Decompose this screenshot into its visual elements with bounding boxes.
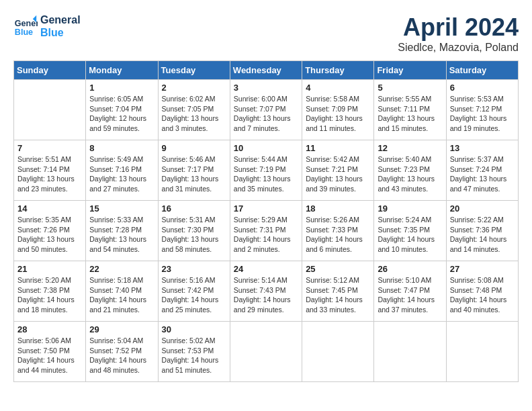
calendar-cell: 11Sunrise: 5:42 AM Sunset: 7:21 PM Dayli… [302,140,374,201]
calendar-cell: 1Sunrise: 6:05 AM Sunset: 7:04 PM Daylig… [86,80,158,140]
day-info: Sunrise: 5:10 AM Sunset: 7:47 PM Dayligh… [378,275,442,315]
calendar-cell: 10Sunrise: 5:44 AM Sunset: 7:19 PM Dayli… [230,140,302,201]
day-info: Sunrise: 5:24 AM Sunset: 7:35 PM Dayligh… [378,215,442,255]
calendar-cell: 16Sunrise: 5:31 AM Sunset: 7:30 PM Dayli… [158,201,230,261]
day-info: Sunrise: 5:14 AM Sunset: 7:43 PM Dayligh… [234,275,298,315]
day-info: Sunrise: 6:00 AM Sunset: 7:07 PM Dayligh… [234,94,298,134]
day-number: 27 [450,264,515,274]
calendar-cell: 29Sunrise: 5:04 AM Sunset: 7:52 PM Dayli… [86,322,158,382]
col-header-sunday: Sunday [14,61,86,80]
day-number: 6 [450,83,515,93]
calendar-cell: 24Sunrise: 5:14 AM Sunset: 7:43 PM Dayli… [230,261,302,322]
logo-blue: Blue [40,26,81,39]
day-number: 14 [17,203,82,214]
calendar-cell: 21Sunrise: 5:20 AM Sunset: 7:38 PM Dayli… [14,261,86,322]
calendar-cell: 19Sunrise: 5:24 AM Sunset: 7:35 PM Dayli… [374,201,446,261]
day-number: 9 [162,143,226,153]
day-info: Sunrise: 5:18 AM Sunset: 7:40 PM Dayligh… [89,275,154,315]
day-info: Sunrise: 5:44 AM Sunset: 7:19 PM Dayligh… [234,154,298,194]
calendar-cell: 17Sunrise: 5:29 AM Sunset: 7:31 PM Dayli… [230,201,302,261]
logo-general: General [40,13,81,26]
day-number: 5 [378,83,442,93]
calendar-cell: 5Sunrise: 5:55 AM Sunset: 7:11 PM Daylig… [374,80,446,140]
day-info: Sunrise: 5:08 AM Sunset: 7:48 PM Dayligh… [450,275,515,315]
svg-text:Blue: Blue [15,28,33,37]
calendar-table: SundayMondayTuesdayWednesdayThursdayFrid… [13,60,519,382]
col-header-tuesday: Tuesday [158,61,230,80]
day-number: 15 [89,203,154,214]
day-info: Sunrise: 5:40 AM Sunset: 7:23 PM Dayligh… [378,154,442,194]
day-info: Sunrise: 5:26 AM Sunset: 7:33 PM Dayligh… [306,215,370,255]
day-info: Sunrise: 5:37 AM Sunset: 7:24 PM Dayligh… [450,154,515,194]
day-number: 21 [17,264,82,274]
day-number: 29 [89,324,154,334]
calendar-week-3: 14Sunrise: 5:35 AM Sunset: 7:26 PM Dayli… [14,201,519,261]
calendar-cell [302,322,374,382]
calendar-cell [374,322,446,382]
day-info: Sunrise: 5:49 AM Sunset: 7:16 PM Dayligh… [89,154,154,194]
subtitle: Siedlce, Mazovia, Poland [398,42,519,54]
day-number: 3 [234,83,298,93]
calendar-cell: 14Sunrise: 5:35 AM Sunset: 7:26 PM Dayli… [14,201,86,261]
main-title: April 2024 [398,13,519,42]
title-block: April 2024 Siedlce, Mazovia, Poland [398,13,519,54]
day-number: 11 [306,143,370,153]
day-info: Sunrise: 5:33 AM Sunset: 7:28 PM Dayligh… [89,215,154,255]
page-header: General Blue General Blue April 2024 Sie… [13,13,519,54]
day-number: 1 [89,83,154,93]
day-number: 19 [378,203,442,214]
day-info: Sunrise: 5:12 AM Sunset: 7:45 PM Dayligh… [306,275,370,315]
calendar-cell: 2Sunrise: 6:02 AM Sunset: 7:05 PM Daylig… [158,80,230,140]
logo-icon: General Blue [13,14,38,38]
calendar-cell [14,80,86,140]
day-number: 8 [89,143,154,153]
day-number: 12 [378,143,442,153]
day-number: 7 [17,143,82,153]
calendar-week-4: 21Sunrise: 5:20 AM Sunset: 7:38 PM Dayli… [14,261,519,322]
calendar-cell: 7Sunrise: 5:51 AM Sunset: 7:14 PM Daylig… [14,140,86,201]
day-info: Sunrise: 6:05 AM Sunset: 7:04 PM Dayligh… [89,94,154,134]
day-info: Sunrise: 5:16 AM Sunset: 7:42 PM Dayligh… [162,275,226,315]
calendar-cell: 26Sunrise: 5:10 AM Sunset: 7:47 PM Dayli… [374,261,446,322]
day-info: Sunrise: 5:29 AM Sunset: 7:31 PM Dayligh… [234,215,298,255]
day-info: Sunrise: 5:22 AM Sunset: 7:36 PM Dayligh… [450,215,515,255]
day-number: 24 [234,264,298,274]
calendar-cell [230,322,302,382]
calendar-cell: 13Sunrise: 5:37 AM Sunset: 7:24 PM Dayli… [446,140,518,201]
day-number: 13 [450,143,515,153]
day-info: Sunrise: 6:02 AM Sunset: 7:05 PM Dayligh… [162,94,226,134]
col-header-monday: Monday [86,61,158,80]
day-info: Sunrise: 5:02 AM Sunset: 7:53 PM Dayligh… [162,336,226,375]
day-number: 20 [450,203,515,214]
day-number: 17 [234,203,298,214]
day-number: 16 [162,203,226,214]
day-info: Sunrise: 5:58 AM Sunset: 7:09 PM Dayligh… [306,94,370,134]
day-number: 2 [162,83,226,93]
calendar-cell: 15Sunrise: 5:33 AM Sunset: 7:28 PM Dayli… [86,201,158,261]
calendar-cell [446,322,518,382]
calendar-cell: 25Sunrise: 5:12 AM Sunset: 7:45 PM Dayli… [302,261,374,322]
calendar-cell: 3Sunrise: 6:00 AM Sunset: 7:07 PM Daylig… [230,80,302,140]
logo: General Blue General Blue [13,13,81,39]
day-number: 26 [378,264,442,274]
calendar-cell: 18Sunrise: 5:26 AM Sunset: 7:33 PM Dayli… [302,201,374,261]
day-info: Sunrise: 5:35 AM Sunset: 7:26 PM Dayligh… [17,215,82,255]
calendar-week-1: 1Sunrise: 6:05 AM Sunset: 7:04 PM Daylig… [14,80,519,140]
day-info: Sunrise: 5:53 AM Sunset: 7:12 PM Dayligh… [450,94,515,134]
calendar-cell: 6Sunrise: 5:53 AM Sunset: 7:12 PM Daylig… [446,80,518,140]
day-number: 30 [162,324,226,334]
calendar-cell: 12Sunrise: 5:40 AM Sunset: 7:23 PM Dayli… [374,140,446,201]
day-info: Sunrise: 5:42 AM Sunset: 7:21 PM Dayligh… [306,154,370,194]
day-number: 10 [234,143,298,153]
day-info: Sunrise: 5:06 AM Sunset: 7:50 PM Dayligh… [17,336,82,375]
day-info: Sunrise: 5:20 AM Sunset: 7:38 PM Dayligh… [17,275,82,315]
calendar-cell: 23Sunrise: 5:16 AM Sunset: 7:42 PM Dayli… [158,261,230,322]
calendar-header: SundayMondayTuesdayWednesdayThursdayFrid… [14,61,519,80]
col-header-saturday: Saturday [446,61,518,80]
calendar-week-5: 28Sunrise: 5:06 AM Sunset: 7:50 PM Dayli… [14,322,519,382]
col-header-thursday: Thursday [302,61,374,80]
day-number: 22 [89,264,154,274]
calendar-cell: 8Sunrise: 5:49 AM Sunset: 7:16 PM Daylig… [86,140,158,201]
day-number: 28 [17,324,82,334]
calendar-cell: 22Sunrise: 5:18 AM Sunset: 7:40 PM Dayli… [86,261,158,322]
